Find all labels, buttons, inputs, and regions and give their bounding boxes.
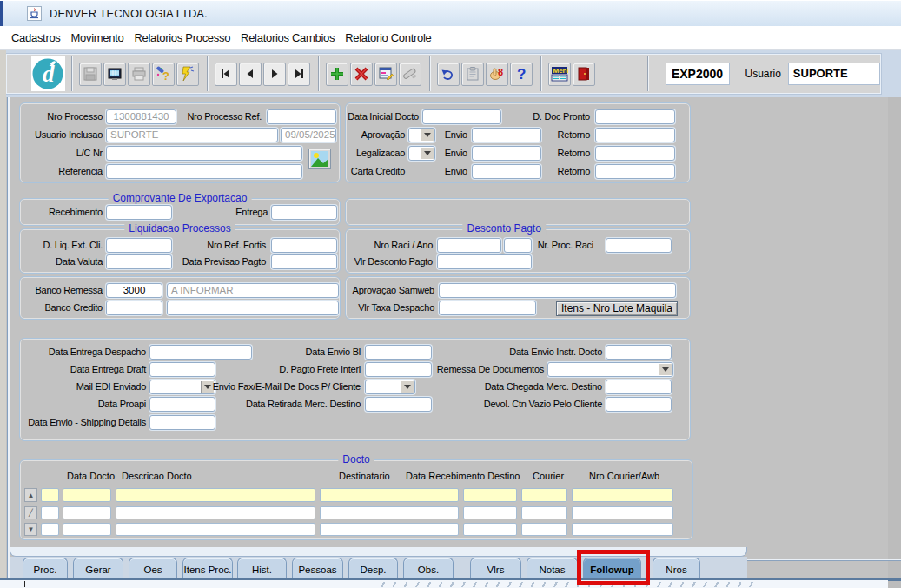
query-button[interactable] (374, 63, 397, 86)
undo-button[interactable] (437, 63, 460, 86)
envio-legalizacao-input[interactable] (472, 146, 541, 161)
data-inicial-docto-input[interactable] (422, 109, 501, 124)
grid-cell[interactable] (572, 523, 673, 536)
menu-item-movimento[interactable]: Movimento (71, 31, 124, 44)
data-envio-instr-docto-input[interactable] (606, 345, 672, 360)
tab-pessoas[interactable]: Pessoas (292, 558, 343, 580)
itens-nro-lote-maquila-button[interactable]: Itens - Nro Lote Maquila (556, 301, 678, 316)
nro-processo-input[interactable]: 1300881430 (106, 109, 176, 124)
data-envio-shipping-input[interactable] (149, 415, 215, 430)
tab-oes[interactable]: Oes (129, 558, 177, 580)
help-wizard-button[interactable]: ? (152, 63, 175, 86)
execute-button[interactable] (176, 63, 199, 86)
menu-item-relatorios-processo[interactable]: Relatorios Processo (134, 31, 230, 44)
mail-edi-enviado-dropdown[interactable] (149, 380, 215, 394)
nro-ref-fortis-input[interactable] (271, 238, 337, 253)
data-chegada-merc-input[interactable] (606, 380, 672, 394)
aprovacao-samweb-input[interactable] (439, 283, 676, 298)
grid-cell[interactable] (41, 488, 59, 502)
nav-first-button[interactable] (215, 63, 237, 86)
data-valuta-input[interactable] (106, 254, 172, 269)
tab-proc-[interactable]: Proc. (23, 558, 68, 580)
grid-cell[interactable] (63, 488, 111, 502)
print-button[interactable] (128, 63, 150, 86)
grid-scroll-up[interactable]: ▲ (24, 488, 37, 502)
nro-processo-ref-input[interactable] (267, 109, 336, 124)
retorno-carta-input[interactable] (595, 164, 675, 179)
paste-button[interactable] (461, 63, 484, 86)
grid-cell[interactable] (63, 506, 111, 519)
banco-credito-name-input[interactable] (167, 301, 339, 315)
envio-carta-input[interactable] (472, 164, 541, 179)
banco-remessa-name-input[interactable]: A INFORMAR (167, 283, 339, 298)
devol-ctn-vazio-input[interactable] (606, 397, 672, 412)
grid-cell[interactable] (463, 523, 517, 536)
grid-cell[interactable] (572, 506, 673, 519)
d-pagto-frete-interl-input[interactable] (365, 362, 432, 377)
menu-item-relatorios-cambios[interactable]: Relatorios Cambios (241, 31, 335, 44)
grid-cell[interactable] (63, 523, 111, 536)
data-envio-bl-input[interactable] (365, 345, 432, 360)
tab-desp-[interactable]: Desp. (348, 558, 398, 580)
lc-nr-input[interactable] (106, 146, 302, 161)
retorno-aprovacao-input[interactable] (595, 128, 675, 142)
data-previsao-pagto-input[interactable] (271, 254, 337, 269)
grid-cell[interactable] (521, 488, 567, 502)
exit-button[interactable] (573, 63, 595, 86)
grid-cell[interactable] (521, 506, 567, 519)
envio-fax-email-dropdown[interactable] (365, 380, 415, 394)
tab-itens-proc-[interactable]: Itens Proc. (182, 558, 233, 580)
help-button[interactable]: ? (510, 63, 533, 86)
retorno-legalizacao-input[interactable] (595, 146, 675, 161)
menu-item-cadastros[interactable]: Cadastros (11, 31, 61, 44)
tab-nros[interactable]: Nros (653, 558, 700, 580)
aprovacao-dropdown[interactable] (408, 128, 435, 142)
data-inclusao-input[interactable]: 09/05/2025 (281, 128, 336, 142)
save-button[interactable] (79, 63, 102, 86)
remessa-de-documentos-dropdown[interactable] (547, 362, 673, 377)
grid-cell[interactable] (320, 506, 459, 519)
data-retirada-merc-input[interactable] (365, 397, 432, 412)
grid-scroll-thumb[interactable]: ╱ (24, 506, 37, 519)
ano-raci-input[interactable] (504, 238, 532, 253)
grid-cell[interactable] (521, 523, 567, 536)
grid-cell[interactable] (320, 488, 459, 502)
delete-record-button[interactable] (350, 63, 373, 86)
recebimento-input[interactable] (106, 205, 172, 220)
vlr-desconto-pagto-input[interactable] (437, 254, 532, 269)
menu-item-relatorio-controle[interactable]: Relatorio Controle (345, 31, 431, 44)
grid-cell[interactable] (463, 488, 517, 502)
envio-aprovacao-input[interactable] (472, 128, 541, 142)
nav-prev-button[interactable] (239, 63, 262, 86)
image-button[interactable] (308, 149, 331, 169)
grid-cell[interactable] (116, 488, 315, 502)
grid-cell[interactable] (572, 488, 673, 502)
tab-notas[interactable]: Notas (527, 558, 578, 580)
calculator-button[interactable]: 8 (486, 63, 508, 86)
usuario-inclusao-input[interactable]: SUPORTE (106, 128, 278, 142)
grid-cell[interactable] (116, 523, 315, 536)
tab-obs-[interactable]: Obs. (403, 558, 454, 580)
data-proapi-input[interactable] (149, 397, 215, 412)
grid-cell[interactable] (463, 506, 517, 519)
nro-raci-input[interactable] (437, 238, 501, 253)
tab-gerar[interactable]: Gerar (73, 558, 123, 580)
menu-button[interactable]: Menu (548, 63, 571, 86)
nav-next-button[interactable] (263, 63, 286, 86)
legalizacao-dropdown[interactable] (408, 146, 435, 161)
d-liq-ext-cli-input[interactable] (106, 238, 172, 253)
usuario-input[interactable]: SUPORTE (788, 63, 880, 85)
entrega-input[interactable] (271, 205, 337, 220)
data-entrega-draft-input[interactable] (149, 362, 215, 377)
grid-cell[interactable] (116, 506, 315, 519)
tab-vlrs[interactable]: Vlrs (470, 558, 521, 580)
preview-button[interactable] (103, 63, 126, 86)
grid-cell[interactable] (41, 523, 59, 536)
data-entrega-despacho-input[interactable] (149, 345, 252, 360)
clear-button[interactable] (399, 63, 421, 86)
banco-credito-code-input[interactable] (106, 301, 162, 315)
grid-cell[interactable] (320, 523, 459, 536)
nr-proc-raci-input[interactable] (606, 238, 672, 253)
banco-remessa-code-input[interactable]: 3000 (106, 283, 162, 298)
tab-hist-[interactable]: Hist. (237, 558, 287, 580)
